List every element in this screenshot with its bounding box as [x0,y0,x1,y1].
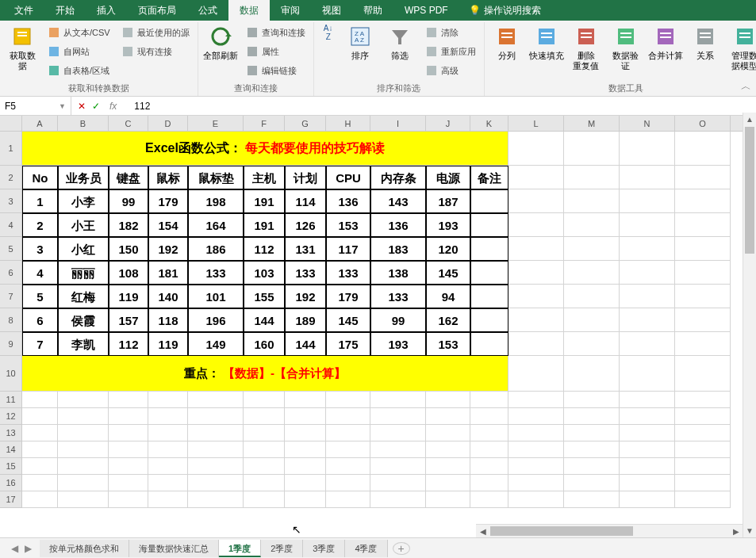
col-header-O[interactable]: O [675,116,731,131]
data-cell[interactable]: 99 [370,308,426,332]
cell[interactable] [109,475,148,491]
cell[interactable] [326,441,370,458]
cell[interactable] [620,491,675,508]
data-cell[interactable]: 133 [188,261,244,285]
data-cell[interactable]: 114 [285,189,326,213]
refresh-all-button[interactable]: 全部刷新 [203,24,238,79]
data-cell[interactable]: 红梅 [58,285,109,308]
data-tool-6[interactable]: 管理数 据模型 [727,24,756,71]
cell[interactable] [148,392,188,408]
menu-tab-审阅[interactable]: 审阅 [270,0,311,21]
cell[interactable] [470,441,508,458]
data-cell[interactable]: 103 [244,261,285,285]
cell[interactable] [370,441,426,458]
cell[interactable] [620,356,675,392]
cell[interactable] [675,132,731,166]
fx-icon[interactable]: fx [106,101,120,112]
cell[interactable] [564,213,620,237]
cell[interactable] [675,166,731,189]
cell[interactable] [370,408,426,425]
cell[interactable] [426,425,470,441]
row-header[interactable]: 14 [0,441,22,458]
cell[interactable] [620,261,675,285]
data-cell[interactable] [470,308,508,332]
cell[interactable] [564,441,620,458]
row-header[interactable]: 1 [0,132,22,166]
data-cell[interactable]: 198 [188,189,244,213]
data-cell[interactable]: 120 [426,237,470,261]
data-cell[interactable]: 157 [109,308,148,332]
cell[interactable] [188,425,244,441]
from-web[interactable]: 自网站 [44,43,113,60]
cell[interactable] [188,475,244,491]
cell[interactable] [188,392,244,408]
table-header[interactable]: 业务员 [58,166,109,189]
cell[interactable] [564,408,620,425]
data-cell[interactable]: 丽丽 [58,261,109,285]
cell[interactable] [675,356,731,392]
row-header[interactable]: 5 [0,237,22,261]
scroll-up-icon[interactable]: ▲ [743,113,756,126]
cell[interactable] [285,458,326,475]
collapse-ribbon-icon[interactable]: ︿ [741,79,751,94]
data-cell[interactable]: 5 [22,285,58,308]
data-cell[interactable]: 145 [326,308,370,332]
cell[interactable] [326,491,370,508]
table-header[interactable]: CPU [326,166,370,189]
scroll-left-icon[interactable]: ◀ [476,525,489,537]
sheet-tab[interactable]: 海量数据快速汇总 [129,540,219,557]
menu-tab-公式[interactable]: 公式 [187,0,228,21]
cell[interactable] [620,237,675,261]
cell[interactable] [564,356,620,392]
cell[interactable] [620,308,675,332]
cell[interactable] [148,491,188,508]
col-header-D[interactable]: D [148,116,188,131]
cell[interactable] [675,237,731,261]
col-header-A[interactable]: A [22,116,58,131]
note-cell[interactable]: 重点：【数据】-【合并计算】 [22,356,508,392]
col-header-L[interactable]: L [508,116,564,131]
data-cell[interactable]: 小王 [58,213,109,237]
cell[interactable] [675,491,731,508]
cell[interactable] [58,425,109,441]
data-cell[interactable]: 189 [285,308,326,332]
col-header-J[interactable]: J [426,116,470,131]
data-cell[interactable]: 7 [22,332,58,356]
cell[interactable] [508,237,564,261]
cell[interactable] [109,458,148,475]
g2-item-0[interactable]: 查询和连接 [243,24,309,41]
row-header[interactable]: 4 [0,213,22,237]
data-cell[interactable]: 181 [148,261,188,285]
row-header[interactable]: 16 [0,475,22,491]
cell[interactable] [22,458,58,475]
cell[interactable] [188,441,244,458]
cell[interactable] [148,458,188,475]
cell[interactable] [470,408,508,425]
cell[interactable] [22,475,58,491]
menu-tab-WPS PDF[interactable]: WPS PDF [393,0,459,21]
data-cell[interactable]: 94 [426,285,470,308]
row-header[interactable]: 11 [0,392,22,408]
vertical-scrollbar[interactable]: ▲ ▼ [743,113,756,537]
cell[interactable] [620,475,675,491]
col-header-H[interactable]: H [326,116,370,131]
cell[interactable] [188,458,244,475]
cell[interactable] [620,332,675,356]
data-cell[interactable] [470,237,508,261]
data-cell[interactable]: 164 [188,213,244,237]
g2-item-2[interactable]: 编辑链接 [243,62,309,79]
row-header[interactable]: 9 [0,332,22,356]
data-tool-2[interactable]: 删除 重复值 [569,24,604,71]
cell[interactable] [426,475,470,491]
cell[interactable] [326,392,370,408]
cell[interactable] [148,441,188,458]
cell[interactable] [564,458,620,475]
data-cell[interactable]: 138 [370,261,426,285]
g3-item-2[interactable]: 高级 [422,62,479,79]
row-header[interactable]: 8 [0,308,22,332]
data-cell[interactable]: 144 [285,332,326,356]
cell[interactable] [285,392,326,408]
cell[interactable] [470,425,508,441]
data-cell[interactable]: 155 [244,285,285,308]
scroll-right-icon[interactable]: ▶ [729,525,743,537]
